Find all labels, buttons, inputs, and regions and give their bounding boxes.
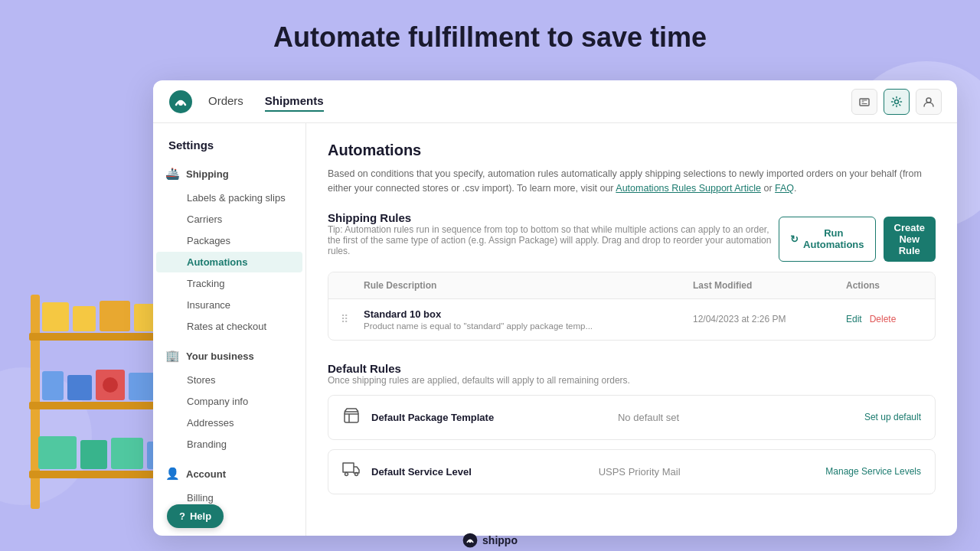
default-rules-desc: Once shipping rules are applied, default… [328,375,936,386]
svg-rect-7 [100,301,130,331]
svg-rect-10 [67,375,92,400]
sidebar-section-account-label: Account [186,468,226,480]
sidebar-title: Settings [153,139,305,161]
sidebar-item-packages[interactable]: Packages [156,230,302,251]
sidebar-item-branding[interactable]: Branding [156,434,302,455]
default-rules-title: Default Rules [328,362,936,375]
svg-point-22 [926,98,931,103]
sidebar-item-automations[interactable]: Automations [156,252,302,272]
svg-point-25 [355,472,358,475]
default-service-label: Default Service Level [371,466,599,478]
reports-icon [858,96,871,108]
main-content: Automations Based on conditions that you… [306,123,957,536]
shipping-icon: 🚢 [165,167,180,181]
sidebar-section-account-header: 👤 Account [153,461,305,487]
automations-title: Automations [328,142,936,159]
table-row: ⠿ Standard 10 box Product name is equal … [328,299,935,340]
svg-rect-15 [80,440,107,469]
nav-icon-settings[interactable] [884,89,910,115]
shipping-rules-title: Shipping Rules [328,211,779,224]
shipping-rules-header: Shipping Rules Tip: Automation rules run… [328,211,936,267]
svg-point-19 [178,101,183,106]
rule-name: Standard 10 box [364,308,693,320]
truck-icon [342,461,361,483]
svg-rect-5 [42,302,69,331]
nav-shipments[interactable]: Shipments [265,91,324,112]
sidebar-section-business-header: 🏢 Your business [153,343,305,369]
brand-name: shippo [482,534,518,546]
shipping-rules-actions: ↻ Run Automations Create New Rule [779,217,936,262]
rule-desc: Product name is equal to "standard" appl… [364,321,693,331]
sidebar-section-shipping: 🚢 Shipping Labels & packing slips Carrie… [153,161,305,337]
svg-rect-9 [42,371,64,400]
main-area: Settings 🚢 Shipping Labels & packing sli… [153,123,957,536]
run-automations-button[interactable]: ↻ Run Automations [779,217,875,262]
app-window: Orders Shipments [153,80,957,536]
sidebar-item-insurance[interactable]: Insurance [156,295,302,315]
package-icon [342,406,361,429]
nav-icons [851,89,942,115]
delete-rule-link[interactable]: Delete [870,314,897,324]
sidebar-item-company[interactable]: Company info [156,391,302,412]
manage-service-link[interactable]: Manage Service Levels [825,466,921,477]
sidebar: Settings 🚢 Shipping Labels & packing sli… [153,123,306,536]
help-label: Help [190,510,211,522]
shipping-rules-tip: Tip: Automation rules run in sequence fr… [328,224,779,256]
svg-point-21 [895,99,899,103]
svg-point-12 [103,377,118,393]
faq-link[interactable]: FAQ [775,183,794,194]
sidebar-item-rates[interactable]: Rates at checkout [156,316,302,337]
default-package-card: Default Package Template No default set … [328,395,936,440]
sidebar-section-business: 🏢 Your business Stores Company info Addr… [153,343,305,455]
create-new-rule-button[interactable]: Create New Rule [884,217,936,262]
svg-rect-14 [38,436,77,469]
col-rule-desc: Rule Description [364,280,693,291]
sidebar-item-tracking[interactable]: Tracking [156,273,302,294]
gear-icon [890,96,903,108]
rules-table: Rule Description Last Modified Actions ⠿… [328,272,936,341]
svg-rect-20 [860,99,869,106]
col-last-modified: Last Modified [693,280,846,291]
default-package-label: Default Package Template [371,412,618,423]
sidebar-item-labels[interactable]: Labels & packing slips [156,187,302,208]
svg-rect-16 [111,438,143,469]
nav-icon-user[interactable] [916,89,942,115]
top-nav: Orders Shipments [153,80,957,123]
automations-description: Based on conditions that you specify, au… [328,167,936,196]
business-icon: 🏢 [165,349,180,363]
bottom-branding: shippo [0,533,980,548]
support-article-link[interactable]: Automations Rules Support Article [616,183,761,194]
svg-rect-23 [345,412,358,422]
refresh-icon: ↻ [790,233,799,245]
default-service-value: USPS Priority Mail [599,466,826,478]
shippo-logo [168,90,193,114]
col-actions: Actions [846,280,923,291]
setup-default-link[interactable]: Set up default [864,412,921,422]
edit-rule-link[interactable]: Edit [846,314,862,324]
sidebar-section-business-label: Your business [186,350,254,362]
rule-actions: Edit Delete [846,314,923,324]
sidebar-section-shipping-label: Shipping [186,168,229,180]
help-icon: ? [179,510,185,522]
sidebar-section-shipping-header: 🚢 Shipping [153,161,305,187]
svg-point-27 [469,540,472,543]
nav-icon-reports[interactable] [851,89,877,115]
account-icon: 👤 [165,467,180,481]
shippo-bottom-logo [462,533,478,548]
user-icon [923,96,935,108]
nav-orders[interactable]: Orders [208,91,243,112]
svg-point-24 [345,472,348,475]
sidebar-item-carriers[interactable]: Carriers [156,209,302,230]
sidebar-item-stores[interactable]: Stores [156,370,302,390]
page-title: Automate fulfillment to save time [0,0,980,66]
drag-handle[interactable]: ⠿ [341,313,364,325]
sidebar-item-addresses[interactable]: Addresses [156,412,302,433]
default-service-card: Default Service Level USPS Priority Mail… [328,449,936,494]
rules-table-header: Rule Description Last Modified Actions [328,272,935,299]
default-package-value: No default set [618,412,864,423]
help-button[interactable]: ? Help [167,504,224,528]
rule-date: 12/04/2023 at 2:26 PM [693,314,846,324]
nav-links: Orders Shipments [208,91,851,112]
default-rules-section: Default Rules Once shipping rules are ap… [328,362,936,494]
svg-rect-6 [73,306,96,331]
